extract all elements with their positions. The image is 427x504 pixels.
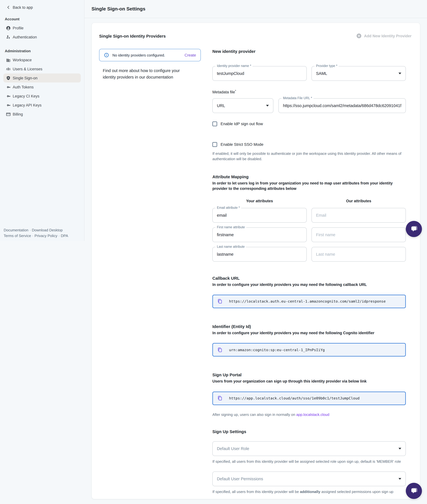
link-dpa[interactable]: DPA <box>61 234 68 238</box>
copy-icon <box>217 395 223 401</box>
identity-provider-name-input[interactable] <box>213 71 306 76</box>
sidebar-item-label: Profile <box>13 26 23 30</box>
role-helper-text: If specified, all users from this identi… <box>212 459 406 464</box>
dot-separator: · <box>30 228 31 232</box>
sidebar-item-legacy-ci-keys[interactable]: Legacy CI Keys <box>3 92 81 101</box>
our-attributes-header: Our attributes <box>312 199 406 203</box>
callback-url-description: In order to configure your identity prov… <box>212 282 406 287</box>
field-label: Metadata File URL * <box>282 96 313 100</box>
attribute-row-email: Email attribute * <box>212 208 406 223</box>
callback-url-title: Callback URL <box>212 276 406 280</box>
sidebar-item-single-sign-on[interactable]: Single Sign-on <box>3 73 81 83</box>
topbar: Single Sign-on Settings <box>84 0 427 18</box>
first-name-attribute-field[interactable]: First name attribute <box>212 227 307 242</box>
chevron-left-icon <box>6 5 11 10</box>
default-user-role-select[interactable]: Default User Role <box>212 441 406 456</box>
chevron-down-icon <box>398 478 401 480</box>
metadata-file-url-input[interactable] <box>279 103 405 108</box>
no-providers-alert: No identity providers configured. Create <box>99 49 201 61</box>
last-name-attribute-input[interactable] <box>213 252 306 256</box>
default-user-permissions-select[interactable]: Default User Permissions <box>212 472 406 486</box>
settings-app: Back to app Account Profile Authenticati… <box>0 0 427 504</box>
info-icon <box>104 53 109 58</box>
sidebar-item-billing[interactable]: Billing <box>3 110 81 119</box>
identity-provider-name-field[interactable]: Identity provider name * <box>212 66 307 81</box>
email-attribute-input[interactable] <box>213 213 306 217</box>
your-attributes-header: Your attributes <box>212 199 307 203</box>
our-email-input[interactable] <box>312 213 405 217</box>
our-last-name-input[interactable] <box>312 252 405 256</box>
last-name-attribute-field[interactable]: Last name attribute <box>212 247 307 262</box>
main-area: Single Sign-on Settings Single Sign-on I… <box>84 0 427 499</box>
email-attribute-field[interactable]: Email attribute * <box>212 208 307 223</box>
our-email-field[interactable] <box>312 208 406 223</box>
sidebar-item-label: Auth Tokens <box>13 85 34 89</box>
metadata-mode-select[interactable]: URL <box>212 98 273 113</box>
identifier-description: In order to configure your identity prov… <box>212 330 406 336</box>
people-group-icon <box>6 67 11 71</box>
field-label: Email attribute * <box>215 206 241 209</box>
first-name-attribute-input[interactable] <box>213 232 306 237</box>
required-asterisk: * <box>235 89 236 92</box>
chat-icon <box>410 487 418 495</box>
our-first-name-field[interactable] <box>312 227 406 242</box>
add-button-label: Add New Identity Provider <box>364 34 412 38</box>
sidebar-item-authentication[interactable]: Authentication <box>3 32 81 41</box>
attribute-row-lastname: Last name attribute <box>212 247 406 262</box>
chevron-down-icon <box>266 105 269 106</box>
copy-icon <box>217 298 223 304</box>
page-title: Single Sign-on Settings <box>92 6 145 12</box>
field-label: Provider type * <box>315 64 339 68</box>
signup-portal-copy-box[interactable]: https://app.localstack.cloud/auth/sso/1e… <box>212 392 406 405</box>
shield-star-icon <box>6 76 11 80</box>
checkbox-unchecked-icon[interactable] <box>212 121 217 126</box>
attribute-mapping-title: Attribute Mapping <box>212 174 406 179</box>
checkbox-unchecked-icon[interactable] <box>212 142 217 147</box>
back-to-app-button[interactable]: Back to app <box>6 5 84 10</box>
link-privacy[interactable]: Privacy Policy <box>34 234 57 238</box>
sidebar-item-profile[interactable]: Profile <box>3 23 81 32</box>
sidebar-item-label: Billing <box>13 112 23 116</box>
metadata-file-label: Metadata file* <box>212 89 406 94</box>
metadata-file-url-field[interactable]: Metadata File URL * <box>278 98 406 113</box>
sidebar-item-label: Authentication <box>13 35 37 39</box>
permissions-helper-text: If specified, all users from this identi… <box>212 489 406 495</box>
new-identity-provider-form: New identity provider Identity provider … <box>212 49 406 499</box>
sidebar-item-legacy-api-keys[interactable]: Legacy API Keys <box>3 101 81 110</box>
idp-signout-checkbox-row[interactable]: Enable IdP sign out flow <box>212 121 406 126</box>
strict-sso-checkbox-row[interactable]: Enable Strict SSO Mode <box>212 142 406 147</box>
identifier-copy-box[interactable]: urn:amazon:cognito:sp:eu-central-1_IPnPs… <box>212 343 406 357</box>
sidebar: Back to app Account Profile Authenticati… <box>0 0 84 241</box>
callback-url-copy-box[interactable]: https://localstack.auth.eu-central-1.ama… <box>212 295 406 308</box>
strict-sso-helper-text: If enabled, it will only be possible to … <box>212 151 406 162</box>
dot-separator: · <box>59 234 60 238</box>
default-user-role-placeholder: Default User Role <box>213 446 253 451</box>
metadata-mode-value: URL <box>213 103 229 108</box>
chat-icon <box>410 225 418 233</box>
sidebar-item-auth-tokens[interactable]: Auth Tokens <box>3 83 81 92</box>
checkbox-label: Enable IdP sign out flow <box>221 122 263 126</box>
person-icon <box>6 26 11 30</box>
link-download-desktop[interactable]: Download Desktop <box>32 228 63 232</box>
chevron-down-icon <box>398 448 401 450</box>
our-first-name-input[interactable] <box>312 232 405 237</box>
additionally-bold: additionally <box>300 490 320 494</box>
app-localstack-cloud-link[interactable]: app.localstack.cloud <box>296 412 329 417</box>
add-new-identity-provider-button[interactable]: Add New Identity Provider <box>356 33 412 39</box>
field-label: Last name attribute <box>215 245 246 248</box>
chat-widget-button[interactable] <box>406 483 422 499</box>
link-documentation[interactable]: Documentation <box>4 228 28 232</box>
our-last-name-field[interactable] <box>312 247 406 262</box>
sidebar-item-label: Users & Licenses <box>13 67 42 71</box>
signup-portal-url-value: https://app.localstack.cloud/auth/sso/1e… <box>229 396 360 400</box>
provider-type-select[interactable]: Provider type * SAML <box>312 66 406 81</box>
create-button[interactable]: Create <box>184 53 196 57</box>
chat-widget-button[interactable] <box>406 221 422 237</box>
sidebar-section-account: Account <box>5 17 84 21</box>
card-title: Single Sign-on Identity Providers <box>99 33 166 38</box>
card-header: Single Sign-on Identity Providers Add Ne… <box>99 33 412 39</box>
signup-settings-title: Sign Up Settings <box>212 429 406 434</box>
sidebar-item-workspace[interactable]: Workspace <box>3 55 81 64</box>
sidebar-item-users-licenses[interactable]: Users & Licenses <box>3 64 81 73</box>
link-terms[interactable]: Terms of Service <box>4 234 31 238</box>
